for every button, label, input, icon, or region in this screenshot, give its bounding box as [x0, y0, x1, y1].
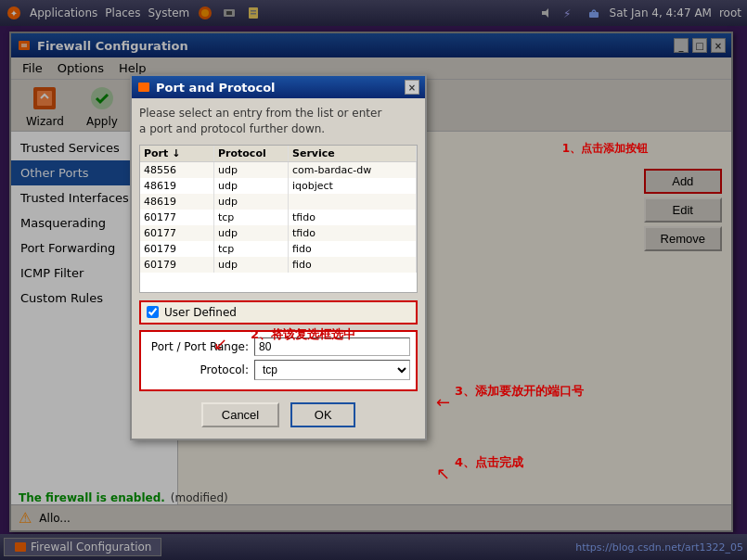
dialog-instruction: Please select an entry from the list or … [139, 106, 418, 137]
user-defined-label[interactable]: User Defined [164, 306, 237, 319]
list-col-service: Service [289, 146, 417, 161]
port-range-input[interactable] [254, 337, 410, 356]
ports-list-container[interactable]: Port ↓ Protocol Service 48556udpcom-bard… [139, 145, 418, 293]
port-range-row: Port / Port Range: [147, 337, 410, 356]
user-defined-checkbox[interactable] [147, 306, 159, 318]
port-range-section: Port / Port Range: Protocol: tcp udp [139, 330, 418, 391]
dialog-titlebar: Port and Protocol × [132, 76, 425, 98]
user-defined-section: User Defined [139, 300, 418, 325]
ports-list-header: Port ↓ Protocol Service [140, 146, 417, 162]
protocol-select[interactable]: tcp udp [254, 360, 410, 380]
svg-rect-18 [138, 83, 149, 92]
list-item[interactable]: 60177udptfido [140, 225, 417, 241]
list-item[interactable]: 60177tcptfido [140, 210, 417, 225]
protocol-label: Protocol: [147, 363, 249, 376]
list-item[interactable]: 48619udp [140, 194, 417, 210]
dialog-body: Please select an entry from the list or … [132, 98, 425, 439]
cancel-button[interactable]: Cancel [201, 402, 279, 427]
dialog-title-icon [137, 81, 150, 94]
port-protocol-dialog: Port and Protocol × Please select an ent… [130, 74, 427, 440]
list-col-protocol: Protocol [214, 146, 289, 161]
dialog-buttons: Cancel OK [139, 397, 418, 431]
list-col-port: Port ↓ [140, 146, 214, 161]
list-item[interactable]: 60179udpfido [140, 257, 417, 273]
list-item[interactable]: 60179tcpfido [140, 241, 417, 257]
dialog-close-button[interactable]: × [405, 80, 419, 95]
port-range-label: Port / Port Range: [147, 340, 249, 353]
list-item[interactable]: 48556udpcom-bardac-dw [140, 162, 417, 178]
ok-button[interactable]: OK [290, 402, 355, 427]
protocol-row: Protocol: tcp udp [147, 360, 410, 380]
list-item[interactable]: 48619udpiqobject [140, 178, 417, 194]
dialog-title: Port and Protocol [156, 81, 276, 95]
